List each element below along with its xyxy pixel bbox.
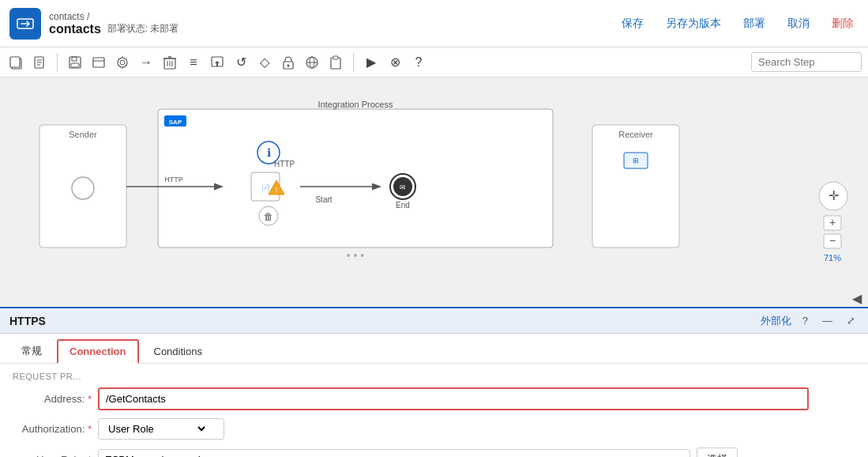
svg-point-13 [120,60,125,65]
svg-rect-10 [93,58,104,67]
authorization-row: Authorization: * User Role Basic Client … [13,418,855,440]
toolbar-icon-menu[interactable]: ≡ [184,53,203,72]
toolbar-icon-play[interactable]: ▶ [362,53,381,72]
panel-tabs: 常规 Connection Conditions [0,334,868,364]
toolbar-icon-globe[interactable] [302,53,321,72]
svg-rect-8 [72,57,77,61]
authorization-label: Authorization: * [13,423,92,435]
svg-point-12 [118,58,127,67]
externalize-label[interactable]: 外部化 [761,314,791,328]
toolbar-icon-copy[interactable] [6,53,25,72]
authorization-select-wrapper[interactable]: User Role Basic Client Certificate OAuth… [98,418,224,440]
svg-text:◀: ◀ [852,292,862,305]
toolbar-icon-help[interactable]: ? [409,53,428,72]
toolbar-icon-trash[interactable] [160,53,179,72]
panel-maximize-btn[interactable]: ⤢ [844,313,859,328]
panel-minimize-btn[interactable]: — [819,313,836,328]
svg-rect-9 [71,63,79,67]
user-role-label: User Role: * [13,454,92,458]
svg-rect-31 [39,125,126,247]
svg-text:• • •: • • • [347,249,365,262]
header-left: contacts / contacts 部署状态: 未部署 [9,8,178,40]
delete-button[interactable]: 删除 [827,13,859,34]
svg-text:ℹ: ℹ [267,146,271,159]
user-role-row: User Role: * 选择 [13,448,855,457]
toolbar-icon-window[interactable] [89,53,108,72]
svg-text:+: + [829,216,836,228]
panel-header: HTTPS 外部化 ? — ⤢ [0,308,868,334]
tab-connection[interactable]: Connection [57,339,139,364]
toolbar-icon-undo[interactable]: ↺ [231,53,250,72]
authorization-select[interactable]: User Role Basic Client Certificate OAuth… [105,422,208,436]
svg-text:📄: 📄 [261,183,271,193]
toolbar-icon-export[interactable] [208,53,227,72]
panel-header-actions: 外部化 ? — ⤢ [761,313,859,328]
save-as-version-button[interactable]: 另存为版本 [661,13,726,34]
toolbar-separator-2 [353,53,354,72]
svg-rect-55 [592,125,679,247]
svg-text:✉: ✉ [400,183,406,191]
user-role-input[interactable] [98,449,690,458]
breadcrumb-area: contacts / contacts 部署状态: 未部署 [49,11,178,36]
svg-rect-34 [158,109,553,247]
toolbar-icon-lock[interactable] [279,53,298,72]
toolbar-icon-arrow[interactable]: → [137,53,156,72]
panel-help-btn[interactable]: ? [799,313,811,328]
top-header: contacts / contacts 部署状态: 未部署 保存 另存为版本 部… [0,0,868,47]
svg-text:SAP: SAP [169,119,182,126]
svg-text:!: ! [276,186,278,194]
svg-text:HTTP: HTTP [164,176,183,183]
toolbar: → ≡ ↺ ◇ ▶ ⊗ ? [0,47,868,77]
cancel-button[interactable]: 取消 [783,13,814,34]
panel-title: HTTPS [9,315,46,327]
svg-text:⊞: ⊞ [633,157,639,164]
toolbar-icon-stop[interactable]: ⊗ [385,53,404,72]
header-right: 保存 另存为版本 部署 取消 删除 [617,13,859,34]
svg-text:End: End [396,201,410,210]
address-row: Address: * [13,387,855,410]
authorization-required-star: * [88,423,92,435]
deploy-status: 部署状态: 未部署 [107,22,179,36]
breadcrumb-parent: contacts / [49,11,178,22]
save-button[interactable]: 保存 [617,13,648,34]
canvas-area: Sender Integration Process SAP ℹ 📄 🗑 ! H… [0,77,868,307]
toolbar-icon-diamond[interactable]: ◇ [255,53,274,72]
panel-body: REQUEST PR... Address: * Authorization: … [0,364,868,457]
svg-text:Sender: Sender [69,130,97,139]
request-section-title: REQUEST PR... [13,372,855,381]
breadcrumb-bottom: contacts 部署状态: 未部署 [49,22,178,36]
svg-point-24 [287,64,290,66]
user-role-select-button[interactable]: 选择 [697,448,738,457]
svg-text:Start: Start [315,195,332,204]
page-title: contacts [49,22,101,36]
toolbar-separator-1 [57,53,58,72]
address-required-star: * [88,393,92,405]
user-role-required-star: * [88,454,92,458]
svg-text:71%: 71% [824,253,841,262]
toolbar-icon-target[interactable] [113,53,132,72]
address-label: Address: * [13,393,92,405]
svg-text:HTTP: HTTP [274,160,295,168]
svg-text:🗑: 🗑 [264,211,273,222]
svg-text:Receiver: Receiver [618,130,653,139]
diagram-svg: Sender Integration Process SAP ℹ 📄 🗑 ! H… [0,77,868,307]
tab-general[interactable]: 常规 [9,338,54,363]
toolbar-icon-clipboard[interactable] [326,53,345,72]
toolbar-icon-save[interactable] [66,53,85,72]
svg-rect-29 [333,56,338,59]
toolbar-icon-page[interactable] [30,53,49,72]
svg-text:✛: ✛ [829,189,839,202]
app-icon [9,8,41,40]
svg-text:Integration Process: Integration Process [318,100,393,109]
svg-text:−: − [829,234,836,247]
svg-rect-2 [10,57,20,67]
bottom-panel: HTTPS 外部化 ? — ⤢ 常规 Connection Conditions… [0,307,868,457]
tab-conditions[interactable]: Conditions [142,340,214,362]
deploy-button[interactable]: 部署 [738,13,770,34]
address-input[interactable] [98,387,809,410]
search-step-input[interactable] [751,52,862,72]
